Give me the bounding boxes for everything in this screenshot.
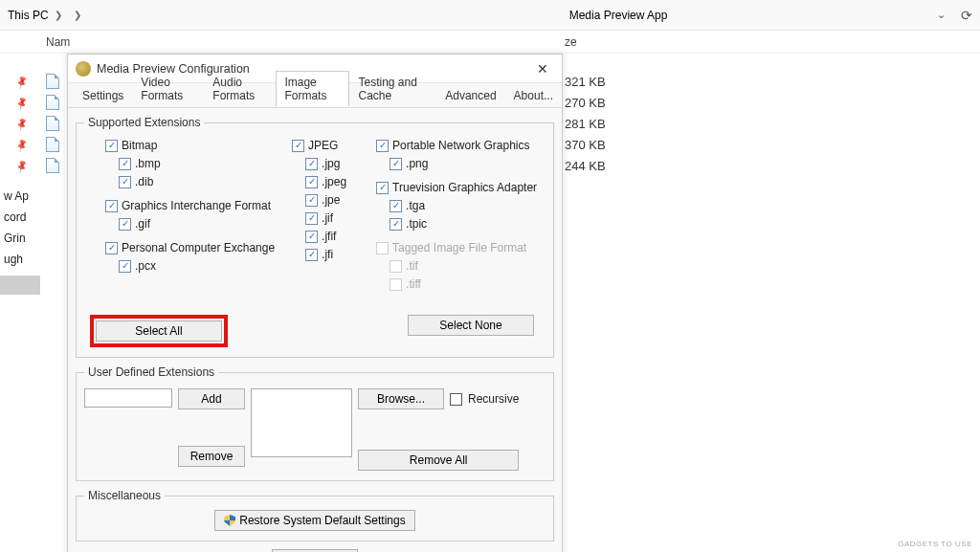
list-item[interactable] bbox=[46, 134, 59, 155]
checkbox-label: Portable Network Graphics bbox=[392, 139, 529, 152]
checkbox-jif[interactable] bbox=[305, 212, 318, 225]
checkbox-label: Truevision Graphics Adapter bbox=[392, 181, 537, 194]
sidebar-item[interactable]: Grin bbox=[0, 228, 42, 249]
checkbox-tga-ext[interactable] bbox=[390, 200, 402, 212]
explorer-columns-header: Nam ze bbox=[0, 31, 980, 54]
pin-icon: 📌 bbox=[13, 74, 29, 89]
checkbox-label: .tga bbox=[406, 199, 425, 212]
file-size: 370 KB bbox=[565, 134, 606, 155]
checkbox-png[interactable] bbox=[376, 140, 389, 152]
checkbox-label: Recursive bbox=[468, 392, 519, 406]
checkbox-pcx-ext[interactable] bbox=[119, 260, 131, 273]
checkbox-label: JPEG bbox=[308, 139, 338, 152]
misc-group: Miscellaneous Restore System Default Set… bbox=[76, 489, 554, 541]
checkbox-label: .png bbox=[406, 157, 428, 170]
file-size: 244 KB bbox=[565, 155, 606, 176]
tab-audio-formats[interactable]: Audio Formats bbox=[204, 71, 276, 107]
checkbox-dib[interactable] bbox=[119, 176, 131, 188]
checkbox-label: Bitmap bbox=[122, 139, 157, 152]
list-item[interactable] bbox=[46, 113, 59, 134]
checkbox-gif-ext[interactable] bbox=[119, 218, 131, 231]
checkbox-bitmap[interactable] bbox=[105, 140, 118, 152]
checkbox-jpe[interactable] bbox=[305, 194, 318, 207]
column-name[interactable]: Nam bbox=[46, 35, 553, 49]
chevron-right-icon: ❯ bbox=[74, 10, 81, 20]
close-icon[interactable]: ✕ bbox=[531, 61, 554, 77]
breadcrumb-item[interactable]: Media Preview App bbox=[569, 9, 668, 22]
checkbox-tiff[interactable] bbox=[376, 242, 389, 254]
sidebar-item[interactable]: ugh bbox=[0, 249, 42, 270]
checkbox-tga[interactable] bbox=[376, 182, 389, 194]
checkbox-jpeg[interactable] bbox=[292, 140, 304, 152]
sidebar-active-indicator bbox=[0, 276, 40, 295]
checkbox-tpic[interactable] bbox=[390, 218, 402, 231]
pin-icon: 📌 bbox=[13, 137, 29, 152]
list-item[interactable] bbox=[46, 71, 59, 92]
pin-icon: 📌 bbox=[13, 158, 29, 173]
chevron-right-icon: ❯ bbox=[55, 10, 62, 20]
file-icon bbox=[46, 116, 59, 131]
restore-label: Restore System Default Settings bbox=[239, 514, 405, 527]
checkbox-jfif[interactable] bbox=[305, 231, 318, 243]
chevron-down-icon[interactable]: ⌄ bbox=[937, 9, 946, 21]
file-icon bbox=[46, 158, 59, 173]
checkbox-jfi[interactable] bbox=[305, 249, 318, 261]
ude-listbox[interactable] bbox=[251, 388, 352, 457]
checkbox-gif[interactable] bbox=[105, 200, 118, 212]
ude-legend: User Defined Extensions bbox=[84, 365, 218, 379]
browse-button[interactable]: Browse... bbox=[358, 388, 444, 409]
explorer-sidebar: 📌 📌 📌 📌 📌 w Ap cord Grin ugh bbox=[0, 54, 42, 295]
remove-button[interactable]: Remove bbox=[178, 446, 245, 467]
checkbox-label: .pcx bbox=[135, 259, 156, 273]
checkbox-png-ext[interactable] bbox=[390, 158, 402, 170]
checkbox-recursive[interactable] bbox=[450, 393, 462, 406]
ude-input[interactable] bbox=[84, 388, 172, 408]
pin-icon: 📌 bbox=[13, 116, 29, 131]
file-icon bbox=[46, 74, 59, 89]
file-sizes: 321 KB 270 KB 281 KB 370 KB 244 KB bbox=[565, 71, 606, 176]
tab-about[interactable]: About... bbox=[505, 84, 562, 107]
tab-settings[interactable]: Settings bbox=[74, 84, 132, 107]
select-none-button[interactable]: Select None bbox=[408, 315, 534, 336]
checkbox-jpeg-ext[interactable] bbox=[305, 176, 318, 188]
tab-image-formats[interactable]: Image Formats bbox=[276, 71, 349, 107]
file-list bbox=[46, 71, 59, 176]
sidebar-item[interactable]: cord bbox=[0, 207, 42, 228]
pin-icon: 📌 bbox=[13, 95, 29, 110]
checkbox-pcx[interactable] bbox=[105, 242, 118, 254]
highlight-select-all: Select All bbox=[90, 315, 228, 347]
supported-extensions-group: Supported Extensions Bitmap .bmp .dib Gr… bbox=[76, 116, 554, 358]
tab-advanced[interactable]: Advanced bbox=[436, 84, 504, 107]
column-size[interactable]: ze bbox=[565, 35, 577, 49]
checkbox-bmp[interactable] bbox=[119, 158, 131, 170]
sidebar-item[interactable]: w Ap bbox=[0, 186, 42, 207]
add-button[interactable]: Add bbox=[178, 388, 245, 409]
remove-all-button[interactable]: Remove All bbox=[358, 450, 519, 471]
checkbox-label: Tagged Image File Format bbox=[392, 241, 526, 254]
select-all-button[interactable]: Select All bbox=[96, 320, 222, 342]
watermark: GADGETS TO USE bbox=[898, 540, 972, 548]
checkbox-tiff-ext[interactable] bbox=[390, 278, 402, 291]
checkbox-tif-ext[interactable] bbox=[390, 260, 402, 273]
checkbox-jpg[interactable] bbox=[305, 158, 318, 170]
checkbox-label: .tif bbox=[406, 259, 418, 273]
shield-icon bbox=[224, 515, 235, 526]
tab-testing-cache[interactable]: Testing and Cache bbox=[349, 71, 436, 107]
refresh-icon[interactable]: ⟳ bbox=[961, 9, 972, 22]
file-icon bbox=[46, 137, 59, 152]
dialog-tabs: Settings Video Formats Audio Formats Ima… bbox=[68, 83, 562, 108]
file-size: 321 KB bbox=[565, 71, 606, 92]
breadcrumb-item[interactable]: This PC bbox=[8, 9, 49, 22]
checkbox-label: .dib bbox=[135, 175, 153, 188]
checkbox-label: .jif bbox=[322, 211, 333, 225]
file-size: 281 KB bbox=[565, 113, 606, 134]
restore-defaults-button[interactable]: Restore System Default Settings bbox=[214, 510, 415, 531]
app-icon bbox=[76, 61, 91, 77]
checkbox-label: Personal Computer Exchange bbox=[122, 241, 275, 254]
tab-video-formats[interactable]: Video Formats bbox=[132, 71, 204, 107]
config-dialog: Media Preview Configuration ✕ Settings V… bbox=[67, 54, 563, 552]
list-item[interactable] bbox=[46, 92, 59, 113]
checkbox-label: .jpeg bbox=[322, 175, 346, 188]
checkbox-label: .tpic bbox=[406, 217, 427, 231]
list-item[interactable] bbox=[46, 155, 59, 176]
